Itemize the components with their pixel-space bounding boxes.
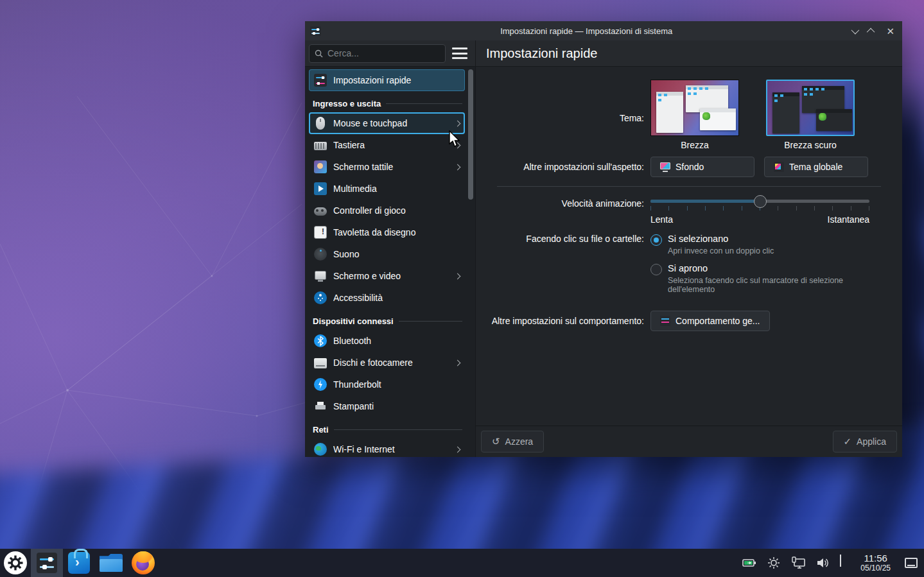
search-placeholder: Cerca... [327,48,359,58]
sound-icon [314,248,327,261]
sidebar-item-accessibility[interactable]: Accessibilità [309,287,465,309]
sidebar-item-wifi-internet[interactable]: Wi-Fi e Internet [309,438,465,457]
wallpaper-icon [660,162,670,172]
clock[interactable]: 11:56 05/10/25 [860,553,891,573]
bluetooth-icon [314,334,327,347]
sidebar-list: Impostazioni rapide Ingresso e uscita Mo… [305,67,466,457]
task-system-settings[interactable] [31,549,63,577]
sidebar-section-connected-devices: Dispositivi connessi [313,316,462,326]
radio-select-on-click[interactable]: Si selezionano Apri invece con un doppio… [650,234,879,262]
search-input[interactable]: Cerca... [309,44,446,63]
sidebar-item-quick-settings[interactable]: Impostazioni rapide [309,69,465,91]
scrollbar-handle[interactable] [468,69,473,200]
slider-max-label: Istantanea [828,214,869,225]
chevron-right-icon [455,359,461,366]
undo-icon: ↺ [492,436,500,447]
check-icon: ✓ [844,436,852,447]
quick-settings-icon [314,74,327,87]
window-title: Impostazioni rapide — Impostazioni di si… [321,26,851,36]
global-theme-button[interactable]: Tema globale [764,157,868,177]
keyboard-icon [314,142,327,150]
sidebar-item-mouse-touchpad[interactable]: Mouse e touchpad [309,112,465,134]
titlebar[interactable]: Impostazioni rapide — Impostazioni di si… [305,21,902,40]
page-title: Impostazioni rapide [486,46,597,61]
display-connect-icon[interactable] [791,556,805,570]
expand-tray-icon[interactable] [840,556,850,570]
click-behavior-label: Facendo clic su file o cartelle: [476,234,650,302]
behavior-label: Altre impostazioni sul comportamento: [476,316,650,326]
brightness-icon[interactable] [767,556,781,570]
sidebar-scrollbar[interactable] [466,67,475,457]
disks-icon [314,358,327,368]
maximize-button[interactable] [869,26,875,36]
task-discover[interactable] [63,549,95,577]
radio-button-unselected[interactable] [650,264,662,275]
sidebar-item-keyboard[interactable]: Tastiera [309,134,465,156]
theme-preview-breeze-dark[interactable] [766,80,855,136]
chevron-right-icon [455,446,461,452]
theme-caption-breeze-dark: Brezza scuro [784,140,837,150]
mouse-cursor [448,130,462,148]
apply-button[interactable]: ✓ Applica [833,431,898,452]
appearance-label: Altre impostazioni sull'aspetto: [476,162,650,172]
sidebar-section-input-output: Ingresso e uscita [313,99,462,108]
sidebar-item-touchscreen[interactable]: Schermo tattile [309,156,465,178]
show-desktop-button[interactable] [905,558,918,568]
sidebar-item-sound[interactable]: Suono [309,243,465,265]
menu-button[interactable] [452,47,467,59]
animation-speed-label: Velocità animazione: [476,197,650,225]
wallpaper-button[interactable]: Sfondo [650,157,754,177]
global-theme-icon [774,162,784,172]
animation-speed-slider[interactable]: Lenta Istantanea [650,197,869,225]
chevron-right-icon [455,164,461,170]
slider-handle[interactable] [754,195,767,208]
sidebar-item-drawing-tablet[interactable]: Tavoletta da disegno [309,221,465,243]
accessibility-icon [314,291,327,304]
theme-option-breeze-dark[interactable]: Brezza scuro [766,80,855,150]
slider-min-label: Lenta [650,214,673,225]
system-settings-window: Impostazioni rapide — Impostazioni di si… [305,21,902,457]
page-header: Impostazioni rapide [476,40,902,67]
theme-caption-breeze: Brezza [681,140,709,150]
gamepad-icon [314,207,327,216]
task-file-manager[interactable] [95,549,127,577]
thunderbolt-icon [314,378,327,391]
display-icon [314,270,327,282]
general-behavior-button[interactable]: Comportamento ge... [650,311,770,331]
sidebar-toolbar: Cerca... [305,40,475,67]
radio-open-on-click[interactable]: Si aprono Seleziona facendo clic sul mar… [650,263,879,300]
sidebar-item-game-controller[interactable]: Controller di gioco [309,200,465,221]
theme-preview-breeze[interactable] [650,80,739,136]
task-firefox[interactable] [127,549,159,577]
sidebar-item-display-video[interactable]: Schermo e video [309,265,465,287]
minimize-button[interactable] [851,26,857,36]
search-icon [315,49,323,58]
radio-button-selected[interactable] [650,234,662,246]
sidebar-item-thunderbolt[interactable]: Thunderbolt [309,374,465,395]
discover-icon [68,552,90,574]
multimedia-icon [314,182,327,195]
sidebar-item-multimedia[interactable]: Multimedia [309,178,465,200]
volume-icon[interactable] [815,556,830,570]
sidebar-item-bluetooth[interactable]: Bluetooth [309,330,465,352]
folder-icon [100,554,123,572]
battery-icon[interactable] [742,556,756,570]
main-panel: Impostazioni rapide Tema: [476,40,902,457]
sidebar-item-disks-cameras[interactable]: Dischi e fotocamere [309,352,465,374]
theme-option-breeze[interactable]: Brezza [650,80,739,150]
drawing-tablet-icon [314,226,327,239]
kde-logo-icon [4,551,27,574]
printer-icon [314,400,327,413]
section-divider [497,186,881,187]
behavior-icon [660,316,670,326]
sidebar-section-networks: Reti [313,425,462,435]
touchscreen-icon [314,160,327,173]
mouse-icon [316,117,325,130]
sidebar: Cerca... Impostazioni rapide Ingresso e … [305,40,476,457]
sidebar-item-printers[interactable]: Stampanti [309,395,465,417]
reset-button[interactable]: ↺ Azzera [481,431,544,452]
close-button[interactable]: ✕ [886,26,894,36]
system-settings-icon [37,553,57,573]
application-launcher-button[interactable] [0,549,31,577]
app-icon [310,26,321,36]
